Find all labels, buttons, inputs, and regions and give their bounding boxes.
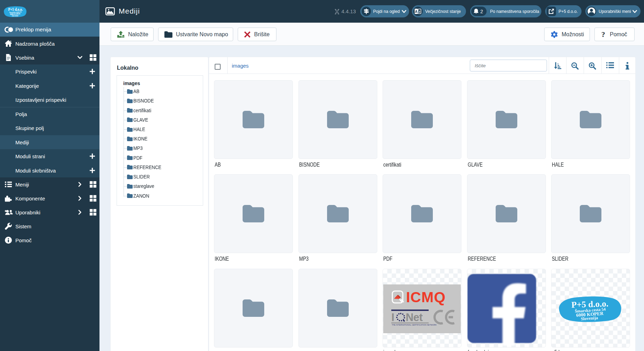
svg-text:z: z	[419, 10, 421, 13]
svg-text:A: A	[415, 9, 418, 14]
svg-text:Slovenija: Slovenija	[12, 14, 18, 17]
